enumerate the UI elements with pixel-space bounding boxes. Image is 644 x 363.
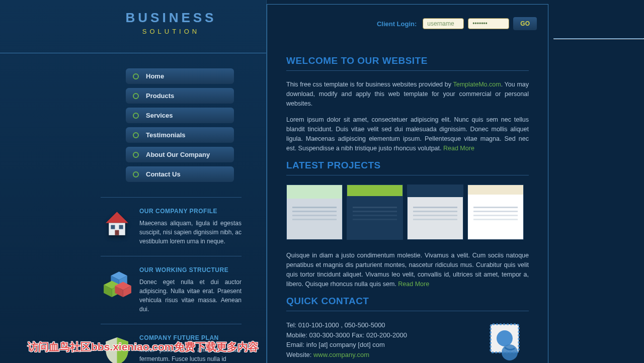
profile-title: OUR COMPANY PROFILE — [139, 208, 242, 215]
nav-label: Products — [146, 92, 174, 100]
nav-label: Home — [146, 72, 164, 80]
text: Website: — [286, 351, 313, 358]
svg-marker-0 — [106, 212, 128, 223]
header-divider — [0, 53, 266, 53]
go-button[interactable]: GO — [513, 17, 537, 30]
nav-label: Testimonials — [146, 131, 186, 139]
nav-label: About Our Company — [146, 151, 210, 158]
bullet-icon — [133, 93, 139, 99]
welcome-heading: WELCOME TO OUR WEBSITE — [286, 55, 529, 71]
main-nav: Home Products Services Testimonials Abou… — [126, 68, 234, 182]
login-label: Client Login: — [377, 20, 417, 28]
svg-rect-3 — [119, 225, 123, 229]
nav-products[interactable]: Products — [126, 88, 234, 104]
website-link[interactable]: www.company.com — [313, 351, 369, 358]
project-thumbnail-4[interactable] — [467, 185, 524, 240]
profile-title: OUR WORKING STRUCTURE — [139, 266, 242, 274]
svg-point-15 — [497, 330, 513, 346]
main-content: Client Login: GO WELCOME TO OUR WEBSITE … — [267, 4, 548, 363]
username-input[interactable] — [423, 18, 464, 29]
bullet-icon — [133, 113, 139, 119]
projects-row — [286, 185, 529, 240]
welcome-paragraph-2: Lorem ipsum dolor sit amet, consectetuer… — [286, 115, 529, 153]
contact-heading: QUICK CONTACT — [286, 296, 529, 311]
login-bar: Client Login: GO — [267, 5, 548, 35]
project-thumbnail-3[interactable] — [407, 185, 463, 240]
welcome-paragraph-1: This free css template is for business w… — [286, 80, 529, 108]
text: This free css template is for business w… — [286, 81, 453, 88]
svg-rect-2 — [111, 225, 115, 229]
nav-home[interactable]: Home — [126, 68, 234, 84]
watermark-text: 访问血鸟社区bbs.xieniao.com免费下载更多内容 — [28, 340, 259, 354]
projects-paragraph: Quisque in diam a justo condimentum mole… — [286, 251, 529, 289]
nav-about[interactable]: About Our Company — [126, 147, 234, 162]
house-icon — [101, 208, 133, 240]
right-decorative-line — [553, 38, 644, 39]
bullet-icon — [133, 73, 139, 79]
svg-rect-4 — [115, 230, 119, 235]
text: Lorem ipsum dolor sit amet, consectetuer… — [286, 116, 529, 151]
templatemo-link[interactable]: TemplateMo.com — [453, 81, 501, 88]
boxes-icon — [101, 266, 133, 299]
nav-testimonials[interactable]: Testimonials — [126, 127, 234, 143]
nav-label: Contact Us — [146, 170, 181, 178]
sidebar-divider — [101, 324, 242, 324]
nav-label: Services — [146, 112, 173, 119]
nav-services[interactable]: Services — [126, 108, 234, 123]
bullet-icon — [133, 132, 139, 138]
stamp-icon — [484, 320, 529, 360]
profile-block-company: OUR COMPANY PROFILE Maecenas aliquam, li… — [101, 208, 242, 246]
project-thumbnail-2[interactable] — [347, 185, 403, 240]
password-input[interactable] — [468, 18, 509, 29]
profile-body: Donec eget nulla et dui auctor adipiscin… — [139, 278, 242, 314]
read-more-link[interactable]: Read More — [443, 145, 474, 152]
logo-subtitle: SOLUTION — [101, 28, 242, 35]
profile-block-structure: OUR WORKING STRUCTURE Donec eget nulla e… — [101, 266, 242, 314]
sidebar-divider — [101, 256, 242, 256]
sidebar: BUSINESS SOLUTION Home Products Services… — [0, 0, 267, 363]
sidebar-divider — [101, 197, 242, 198]
logo-title: BUSINESS — [101, 10, 242, 26]
bullet-icon — [133, 152, 139, 158]
nav-contact[interactable]: Contact Us — [126, 166, 234, 182]
project-thumbnail-1[interactable] — [286, 185, 343, 240]
projects-heading: LATEST PROJECTS — [286, 160, 529, 175]
profile-body: Maecenas aliquam, ligula id egestas susc… — [139, 219, 242, 246]
bullet-icon — [133, 171, 139, 177]
site-logo: BUSINESS SOLUTION — [101, 10, 242, 35]
read-more-link[interactable]: Read More — [398, 281, 429, 288]
svg-point-16 — [502, 344, 518, 360]
